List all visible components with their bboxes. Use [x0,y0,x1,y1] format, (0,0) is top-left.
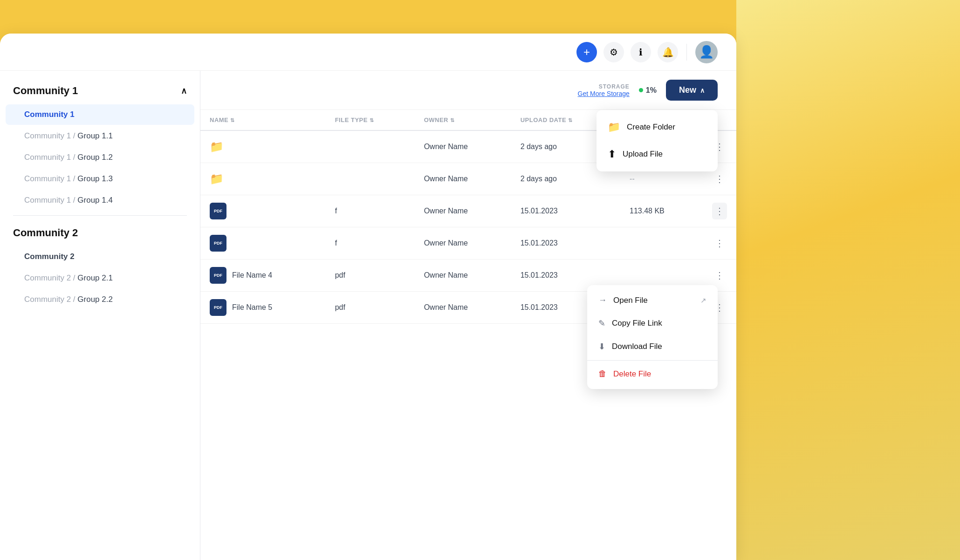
sidebar-group1-header[interactable]: Community 1 ∧ [0,78,200,103]
file-name-cell: PDF [200,227,326,260]
content-area: STORAGE Get More Storage 1% New ∧ 📁 Crea… [200,71,736,560]
settings-button[interactable]: ⚙ [603,42,624,62]
row-context-menu: → Open File ↗ ✎ Copy File Link ⬇ Downloa… [587,285,718,389]
chevron-up-icon: ∧ [181,86,187,96]
actions-cell: ⋮ [703,227,736,260]
row-more-button[interactable]: ⋮ [712,171,727,187]
topbar-divider [686,44,687,61]
sidebar-item-child: Group 1.1 [77,131,113,140]
actions-cell: ⋮ [703,195,736,227]
avatar[interactable]: 👤 [695,41,718,63]
folder-type-icon: 📁 [210,140,224,153]
delete-file-label: Delete File [613,369,651,379]
new-chevron-icon: ∧ [700,87,705,94]
file-type-cell [326,163,415,195]
pdf-icon: PDF [210,299,226,316]
file-type-cell: pdf [326,292,415,324]
sidebar-item-community-2[interactable]: Community 2 [6,246,194,267]
sidebar-item-child: Group 1.2 [77,153,113,162]
row-more-button[interactable]: ⋮ [712,267,727,284]
file-name-cell: 📁 [200,163,326,195]
sidebar-item-community-1[interactable]: Community 1 [6,104,194,125]
sidebar-item-child: Group 1.3 [77,174,113,183]
row-more-button-active[interactable]: ⋮ [712,203,727,219]
file-type-cell: f [326,195,415,227]
sidebar-item-group-1-2[interactable]: Community 1 / Group 1.2 [6,147,194,168]
table-row-active: PDF f Owner Name 15.01.2023 113.48 KB ⋮ [200,195,736,227]
copy-link-item[interactable]: ✎ Copy File Link [587,312,718,335]
sidebar-item-child: Group 2.2 [77,295,113,304]
upload-file-item[interactable]: ⬆ Upload File [597,141,718,168]
upload-file-label: Upload File [623,150,663,159]
download-file-label: Download File [612,342,662,351]
file-type-cell: pdf [326,260,415,292]
sidebar-item-parent: Community 1 / [24,174,77,183]
file-type-cell: f [326,227,415,260]
upload-icon: ⬆ [608,148,616,160]
add-button[interactable]: + [576,42,597,62]
sidebar-item-group-1-3[interactable]: Community 1 / Group 1.3 [6,169,194,189]
file-name-cell: 📁 [200,130,326,163]
pdf-icon: PDF [210,203,226,219]
content-header: STORAGE Get More Storage 1% New ∧ [200,71,736,110]
delete-icon: 🗑 [598,369,607,379]
sidebar-divider-1 [13,215,187,216]
sort-icon: ⇅ [450,117,455,123]
external-link-icon: ↗ [700,296,706,305]
main-card: + ⚙ ℹ 🔔 👤 Community 1 ∧ Community 1 Comm… [0,34,736,560]
sidebar-item-group-2-2[interactable]: Community 2 / Group 2.2 [6,289,194,310]
sidebar-item-group-2-1[interactable]: Community 2 / Group 2.1 [6,268,194,288]
sidebar-item-group-1-1[interactable]: Community 1 / Group 1.1 [6,126,194,146]
sidebar-item-label: Community 2 [24,252,75,261]
sort-icon: ⇅ [370,117,374,123]
upload-date-cell: 15.01.2023 [511,195,620,227]
owner-cell: Owner Name [415,260,511,292]
pdf-icon: PDF [210,235,226,252]
col-name: NAME ⇅ [200,110,326,130]
download-file-item[interactable]: ⬇ Download File [587,335,718,358]
file-name: File Name 5 [232,303,272,312]
get-more-storage-link[interactable]: Get More Storage [578,90,630,97]
notifications-button[interactable]: 🔔 [658,42,678,62]
sidebar-community-2-header[interactable]: Community 2 [0,220,200,246]
sidebar-item-group-1-4[interactable]: Community 1 / Group 1.4 [6,190,194,211]
table-row: PDF f Owner Name 15.01.2023 ⋮ [200,227,736,260]
open-file-item[interactable]: → Open File ↗ [587,289,718,312]
sidebar-item-parent: Community 2 / [24,273,77,282]
copy-link-label: Copy File Link [612,319,662,328]
folder-type-icon: 📁 [210,172,224,185]
sort-icon: ⇅ [568,117,573,123]
storage-badge: 1% [639,86,657,95]
new-dropdown: 📁 Create Folder ⬆ Upload File [597,110,718,171]
storage-percent: 1% [646,86,657,95]
pdf-icon: PDF [210,267,226,284]
owner-cell: Owner Name [415,130,511,163]
create-folder-label: Create Folder [627,123,675,132]
sidebar-item-parent: Community 1 / [24,131,77,140]
sidebar-item-child: Group 1.4 [77,196,113,205]
new-button[interactable]: New ∧ [666,80,718,101]
file-name-cell: PDF [200,195,326,227]
file-type-cell [326,130,415,163]
info-button[interactable]: ℹ [631,42,651,62]
sidebar: Community 1 ∧ Community 1 Community 1 / … [0,71,200,560]
topbar: + ⚙ ℹ 🔔 👤 [0,34,736,71]
file-name: File Name 4 [232,271,272,280]
sort-icon: ⇅ [230,117,235,123]
delete-file-item[interactable]: 🗑 Delete File [587,362,718,385]
row-more-button[interactable]: ⋮ [712,235,727,252]
storage-dot [639,88,643,92]
sidebar-item-parent: Community 1 / [24,196,77,205]
upload-date-cell: 15.01.2023 [511,227,620,260]
sidebar-item-parent: Community 2 / [24,295,77,304]
background-right [736,0,960,560]
sidebar-item-label: Community 1 [24,110,75,119]
new-button-label: New [679,85,696,95]
owner-cell: Owner Name [415,292,511,324]
folder-icon: 📁 [608,121,620,133]
owner-cell: Owner Name [415,163,511,195]
sidebar-item-parent: Community 1 / [24,153,77,162]
file-size-cell [620,227,703,260]
open-file-label: Open File [613,296,648,305]
create-folder-item[interactable]: 📁 Create Folder [597,114,718,141]
